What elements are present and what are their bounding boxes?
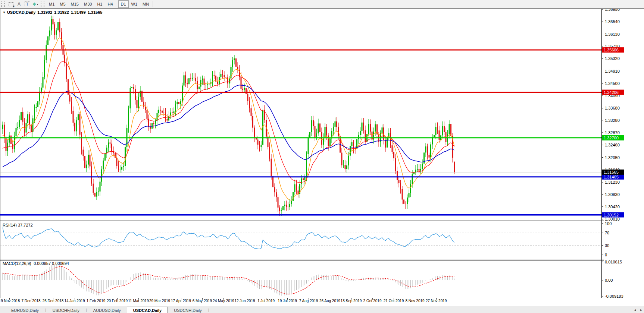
date-label: 12 Jun 2019 xyxy=(234,299,255,303)
svg-text:1.34910: 1.34910 xyxy=(605,69,620,73)
date-label: 8 Nov 2019 xyxy=(405,299,424,303)
date-label: 20 Feb 2019 xyxy=(107,299,128,303)
svg-text:1.34500: 1.34500 xyxy=(605,81,620,86)
svg-text:1.32460: 1.32460 xyxy=(605,143,620,147)
svg-text:0: 0 xyxy=(605,253,607,257)
timeframe-button-d1[interactable]: D1 xyxy=(118,0,129,8)
date-label: 19 Nov 2018 xyxy=(0,299,20,303)
chart-ohlc-header: ▼USDCAD,Daily1.319021.319221.314991.3156… xyxy=(3,10,102,15)
svg-text:1.33280: 1.33280 xyxy=(605,118,620,123)
date-label: 6 May 2019 xyxy=(193,299,212,303)
toolbar: F A T ✥▾ M1M5M15M30H1H4D1W1MN xyxy=(0,0,644,9)
macd-label: MACD(12,26,9) -0.000857 0.000694 xyxy=(3,261,69,266)
date-label: 27 Nov 2019 xyxy=(426,299,447,303)
timeframe-button-h4[interactable]: H4 xyxy=(105,1,115,7)
rsi-value: 37.7272 xyxy=(18,223,33,227)
svg-text:1.31565: 1.31565 xyxy=(604,170,619,174)
tab-scroll-right-icon[interactable]: ▸ xyxy=(640,308,642,312)
svg-text:1.36130: 1.36130 xyxy=(605,32,620,37)
tab-scroll-left-icon[interactable]: ◂ xyxy=(634,308,636,312)
svg-text:-0.009183: -0.009183 xyxy=(605,294,623,298)
svg-text:30: 30 xyxy=(605,243,609,248)
toolbar-drag-handle[interactable] xyxy=(1,1,5,7)
date-label: 17 Apr 2019 xyxy=(171,299,191,303)
svg-text:1.30152: 1.30152 xyxy=(604,213,619,217)
date-label: 11 Mar 2019 xyxy=(128,299,149,303)
svg-text:1.34206: 1.34206 xyxy=(604,90,619,95)
timeframe-button-m30[interactable]: M30 xyxy=(81,1,94,7)
chart-tab-usdcnh[interactable]: USDCNH,Daily xyxy=(168,307,208,313)
rsi-label: RSI(14) 37.7272 xyxy=(3,223,33,227)
chart-tab-usdchf[interactable]: USDCHF,Daily xyxy=(47,307,85,313)
tab-separator: | xyxy=(208,307,210,313)
svg-text:1.35606: 1.35606 xyxy=(604,48,619,52)
svg-text:70: 70 xyxy=(605,231,609,235)
timeframe-button-w1[interactable]: W1 xyxy=(129,1,140,7)
svg-text:0.00: 0.00 xyxy=(605,278,613,282)
fibo-tool-icon[interactable]: F xyxy=(7,1,15,7)
chart-tab-bar: EURUSD,Daily|USDCHF,Daily|AUDUSD,DailyUS… xyxy=(0,306,644,313)
ohlc-low: 1.31499 xyxy=(71,10,86,15)
svg-text:1.30010: 1.30010 xyxy=(605,217,620,221)
tab-scroll-arrows: ◂ ▸ xyxy=(631,308,642,312)
chart-window[interactable]: 1.369501.365401.361301.357301.353201.349… xyxy=(0,0,644,305)
date-label: 26 Aug 2019 xyxy=(319,299,340,303)
date-label: 26 Dec 2018 xyxy=(43,299,64,303)
timeframe-button-m15[interactable]: M15 xyxy=(68,1,81,7)
svg-text:1.32870: 1.32870 xyxy=(605,130,620,135)
ohlc-open: 1.31902 xyxy=(37,10,52,15)
date-label: 21 Oct 2019 xyxy=(384,299,404,303)
svg-text:1.31405: 1.31405 xyxy=(604,175,619,179)
macd-signal-value: 0.000694 xyxy=(52,261,69,266)
svg-text:1.30830: 1.30830 xyxy=(605,192,620,197)
svg-text:0.010615: 0.010615 xyxy=(605,260,622,264)
date-label: 14 Jan 2019 xyxy=(64,299,85,303)
toolbar-separator xyxy=(117,1,117,7)
arrows-tool-icon[interactable]: ✥▾ xyxy=(31,1,40,7)
date-label: 29 Mar 2019 xyxy=(149,299,170,303)
date-label: 24 May 2019 xyxy=(213,299,234,303)
ohlc-high: 1.31922 xyxy=(54,10,69,15)
symbol-dropdown-icon[interactable]: ▼ xyxy=(3,11,6,14)
svg-text:1.31230: 1.31230 xyxy=(605,180,620,184)
date-label: 7 Dec 2018 xyxy=(21,299,40,303)
date-label: 13 Sep 2019 xyxy=(341,299,362,303)
chart-tab-usdcad[interactable]: USDCAD,Daily xyxy=(127,307,168,313)
svg-text:1.36540: 1.36540 xyxy=(605,19,620,24)
timeframe-button-m1[interactable]: M1 xyxy=(46,1,57,7)
toolbar-drag-handle[interactable] xyxy=(41,1,44,7)
chart-tab-eurusd[interactable]: EURUSD,Daily xyxy=(5,307,45,313)
svg-text:1.32050: 1.32050 xyxy=(605,155,620,160)
chart-tab-audusd[interactable]: AUDUSD,Daily xyxy=(87,307,127,313)
date-label: 2 Oct 2019 xyxy=(363,299,382,303)
date-label: 19 Jul 2019 xyxy=(278,299,297,303)
text-box-icon[interactable]: T xyxy=(23,1,31,7)
date-label: 7 Aug 2019 xyxy=(299,299,318,303)
chart-canvas[interactable]: 1.369501.365401.361301.357301.353201.349… xyxy=(0,0,644,303)
dropdown-caret-icon[interactable]: ▾ xyxy=(37,3,38,6)
ohlc-close: 1.31565 xyxy=(88,10,103,15)
timeframe-button-h1[interactable]: H1 xyxy=(94,1,105,7)
date-label: 1 Jul 2019 xyxy=(257,299,275,303)
svg-text:1.30420: 1.30420 xyxy=(605,205,620,209)
text-label-icon[interactable]: A xyxy=(15,1,23,7)
svg-text:1.35320: 1.35320 xyxy=(605,56,620,61)
svg-text:1.32700: 1.32700 xyxy=(604,136,619,140)
svg-text:100: 100 xyxy=(605,221,612,226)
macd-main-value: -0.000857 xyxy=(32,261,51,266)
svg-text:1.33680: 1.33680 xyxy=(605,106,620,110)
timeframe-button-mn[interactable]: MN xyxy=(140,1,151,7)
timeframe-button-m5[interactable]: M5 xyxy=(57,1,68,7)
toolbar-separator xyxy=(153,1,153,7)
date-label: 1 Feb 2019 xyxy=(87,299,106,303)
chart-symbol: USDCAD,Daily xyxy=(7,10,35,15)
